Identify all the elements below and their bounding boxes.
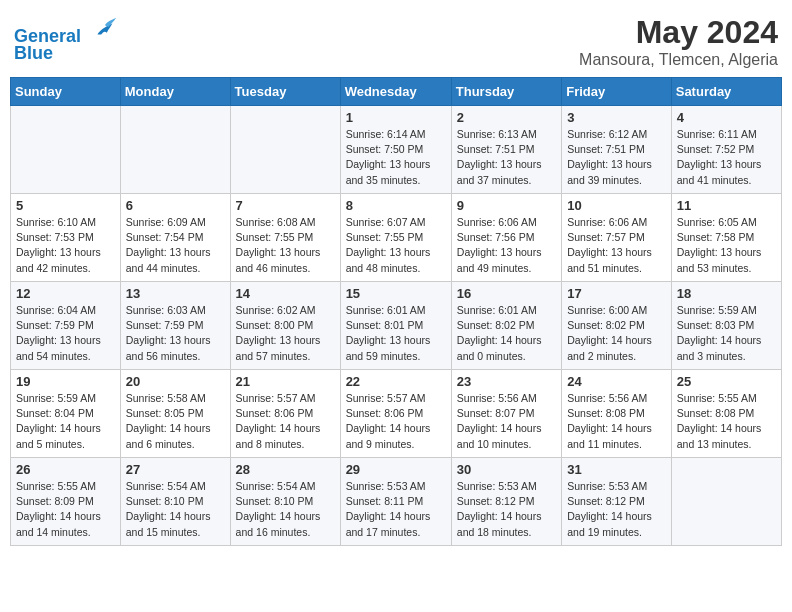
day-cell: 16Sunrise: 6:01 AMSunset: 8:02 PMDayligh…	[451, 282, 561, 370]
day-cell: 19Sunrise: 5:59 AMSunset: 8:04 PMDayligh…	[11, 370, 121, 458]
day-info: Sunrise: 5:53 AMSunset: 8:11 PMDaylight:…	[346, 479, 446, 540]
day-number: 26	[16, 462, 115, 477]
day-info: Sunrise: 6:09 AMSunset: 7:54 PMDaylight:…	[126, 215, 225, 276]
day-cell: 7Sunrise: 6:08 AMSunset: 7:55 PMDaylight…	[230, 194, 340, 282]
day-cell: 14Sunrise: 6:02 AMSunset: 8:00 PMDayligh…	[230, 282, 340, 370]
month-title: May 2024	[579, 14, 778, 51]
day-number: 18	[677, 286, 776, 301]
day-cell: 11Sunrise: 6:05 AMSunset: 7:58 PMDayligh…	[671, 194, 781, 282]
week-row-2: 5Sunrise: 6:10 AMSunset: 7:53 PMDaylight…	[11, 194, 782, 282]
day-info: Sunrise: 5:54 AMSunset: 8:10 PMDaylight:…	[126, 479, 225, 540]
logo-bird-icon	[90, 14, 118, 42]
day-info: Sunrise: 6:02 AMSunset: 8:00 PMDaylight:…	[236, 303, 335, 364]
day-header-tuesday: Tuesday	[230, 78, 340, 106]
day-cell: 12Sunrise: 6:04 AMSunset: 7:59 PMDayligh…	[11, 282, 121, 370]
day-number: 7	[236, 198, 335, 213]
day-number: 21	[236, 374, 335, 389]
day-info: Sunrise: 5:56 AMSunset: 8:07 PMDaylight:…	[457, 391, 556, 452]
day-info: Sunrise: 5:59 AMSunset: 8:03 PMDaylight:…	[677, 303, 776, 364]
day-cell: 2Sunrise: 6:13 AMSunset: 7:51 PMDaylight…	[451, 106, 561, 194]
day-cell: 17Sunrise: 6:00 AMSunset: 8:02 PMDayligh…	[562, 282, 672, 370]
day-info: Sunrise: 5:53 AMSunset: 8:12 PMDaylight:…	[567, 479, 666, 540]
week-row-4: 19Sunrise: 5:59 AMSunset: 8:04 PMDayligh…	[11, 370, 782, 458]
day-number: 29	[346, 462, 446, 477]
day-info: Sunrise: 5:57 AMSunset: 8:06 PMDaylight:…	[346, 391, 446, 452]
day-info: Sunrise: 5:55 AMSunset: 8:09 PMDaylight:…	[16, 479, 115, 540]
day-cell: 26Sunrise: 5:55 AMSunset: 8:09 PMDayligh…	[11, 458, 121, 546]
day-header-thursday: Thursday	[451, 78, 561, 106]
day-info: Sunrise: 6:04 AMSunset: 7:59 PMDaylight:…	[16, 303, 115, 364]
day-info: Sunrise: 5:55 AMSunset: 8:08 PMDaylight:…	[677, 391, 776, 452]
day-cell: 10Sunrise: 6:06 AMSunset: 7:57 PMDayligh…	[562, 194, 672, 282]
day-number: 12	[16, 286, 115, 301]
week-row-1: 1Sunrise: 6:14 AMSunset: 7:50 PMDaylight…	[11, 106, 782, 194]
day-cell: 28Sunrise: 5:54 AMSunset: 8:10 PMDayligh…	[230, 458, 340, 546]
day-number: 4	[677, 110, 776, 125]
day-cell: 8Sunrise: 6:07 AMSunset: 7:55 PMDaylight…	[340, 194, 451, 282]
day-number: 3	[567, 110, 666, 125]
day-header-friday: Friday	[562, 78, 672, 106]
week-row-3: 12Sunrise: 6:04 AMSunset: 7:59 PMDayligh…	[11, 282, 782, 370]
day-cell: 3Sunrise: 6:12 AMSunset: 7:51 PMDaylight…	[562, 106, 672, 194]
day-cell: 9Sunrise: 6:06 AMSunset: 7:56 PMDaylight…	[451, 194, 561, 282]
day-cell	[671, 458, 781, 546]
day-info: Sunrise: 5:53 AMSunset: 8:12 PMDaylight:…	[457, 479, 556, 540]
day-number: 20	[126, 374, 225, 389]
day-cell	[120, 106, 230, 194]
day-header-monday: Monday	[120, 78, 230, 106]
day-info: Sunrise: 5:57 AMSunset: 8:06 PMDaylight:…	[236, 391, 335, 452]
day-number: 17	[567, 286, 666, 301]
day-number: 15	[346, 286, 446, 301]
day-cell: 30Sunrise: 5:53 AMSunset: 8:12 PMDayligh…	[451, 458, 561, 546]
day-number: 27	[126, 462, 225, 477]
day-info: Sunrise: 6:07 AMSunset: 7:55 PMDaylight:…	[346, 215, 446, 276]
day-cell: 13Sunrise: 6:03 AMSunset: 7:59 PMDayligh…	[120, 282, 230, 370]
day-header-sunday: Sunday	[11, 78, 121, 106]
day-cell: 18Sunrise: 5:59 AMSunset: 8:03 PMDayligh…	[671, 282, 781, 370]
day-number: 5	[16, 198, 115, 213]
day-info: Sunrise: 6:10 AMSunset: 7:53 PMDaylight:…	[16, 215, 115, 276]
header: General Blue May 2024 Mansoura, Tlemcen,…	[10, 10, 782, 69]
day-cell: 4Sunrise: 6:11 AMSunset: 7:52 PMDaylight…	[671, 106, 781, 194]
day-cell: 6Sunrise: 6:09 AMSunset: 7:54 PMDaylight…	[120, 194, 230, 282]
day-info: Sunrise: 6:14 AMSunset: 7:50 PMDaylight:…	[346, 127, 446, 188]
day-number: 9	[457, 198, 556, 213]
day-number: 13	[126, 286, 225, 301]
day-number: 31	[567, 462, 666, 477]
day-number: 19	[16, 374, 115, 389]
day-cell: 27Sunrise: 5:54 AMSunset: 8:10 PMDayligh…	[120, 458, 230, 546]
logo: General Blue	[14, 14, 118, 64]
days-header-row: SundayMondayTuesdayWednesdayThursdayFrid…	[11, 78, 782, 106]
day-number: 30	[457, 462, 556, 477]
day-info: Sunrise: 6:03 AMSunset: 7:59 PMDaylight:…	[126, 303, 225, 364]
day-cell: 24Sunrise: 5:56 AMSunset: 8:08 PMDayligh…	[562, 370, 672, 458]
day-cell: 23Sunrise: 5:56 AMSunset: 8:07 PMDayligh…	[451, 370, 561, 458]
day-info: Sunrise: 6:05 AMSunset: 7:58 PMDaylight:…	[677, 215, 776, 276]
day-number: 24	[567, 374, 666, 389]
day-info: Sunrise: 5:56 AMSunset: 8:08 PMDaylight:…	[567, 391, 666, 452]
day-number: 1	[346, 110, 446, 125]
day-info: Sunrise: 6:06 AMSunset: 7:57 PMDaylight:…	[567, 215, 666, 276]
location-title: Mansoura, Tlemcen, Algeria	[579, 51, 778, 69]
day-cell: 31Sunrise: 5:53 AMSunset: 8:12 PMDayligh…	[562, 458, 672, 546]
day-number: 11	[677, 198, 776, 213]
day-cell: 1Sunrise: 6:14 AMSunset: 7:50 PMDaylight…	[340, 106, 451, 194]
day-cell: 29Sunrise: 5:53 AMSunset: 8:11 PMDayligh…	[340, 458, 451, 546]
day-cell	[11, 106, 121, 194]
day-info: Sunrise: 6:01 AMSunset: 8:01 PMDaylight:…	[346, 303, 446, 364]
day-cell: 25Sunrise: 5:55 AMSunset: 8:08 PMDayligh…	[671, 370, 781, 458]
day-cell: 20Sunrise: 5:58 AMSunset: 8:05 PMDayligh…	[120, 370, 230, 458]
day-number: 2	[457, 110, 556, 125]
day-cell: 21Sunrise: 5:57 AMSunset: 8:06 PMDayligh…	[230, 370, 340, 458]
day-cell: 22Sunrise: 5:57 AMSunset: 8:06 PMDayligh…	[340, 370, 451, 458]
calendar-table: SundayMondayTuesdayWednesdayThursdayFrid…	[10, 77, 782, 546]
day-header-saturday: Saturday	[671, 78, 781, 106]
title-area: May 2024 Mansoura, Tlemcen, Algeria	[579, 14, 778, 69]
day-info: Sunrise: 6:08 AMSunset: 7:55 PMDaylight:…	[236, 215, 335, 276]
day-number: 14	[236, 286, 335, 301]
day-number: 8	[346, 198, 446, 213]
day-info: Sunrise: 5:58 AMSunset: 8:05 PMDaylight:…	[126, 391, 225, 452]
day-cell	[230, 106, 340, 194]
day-info: Sunrise: 6:06 AMSunset: 7:56 PMDaylight:…	[457, 215, 556, 276]
day-header-wednesday: Wednesday	[340, 78, 451, 106]
